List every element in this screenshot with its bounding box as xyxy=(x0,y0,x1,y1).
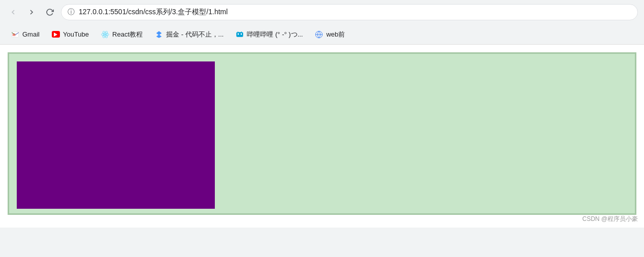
info-icon: ⓘ xyxy=(68,8,75,17)
inner-box xyxy=(17,61,215,209)
bookmark-web-label: web前 xyxy=(326,30,345,39)
bookmark-youtube-label: YouTube xyxy=(63,30,89,38)
svg-rect-6 xyxy=(238,33,239,35)
react-icon xyxy=(101,30,109,39)
outer-box xyxy=(8,52,636,215)
browser-chrome: ⓘ 127.0.0.1:5501/csdn/css系列/3.盒子模型/1.htm… xyxy=(0,0,644,228)
bookmark-gmail[interactable]: M Gmail xyxy=(6,28,45,41)
bookmark-bilibili-label: 哔哩哔哩 (° -° )つ... xyxy=(247,30,303,39)
bookmark-react-label: React教程 xyxy=(112,30,143,39)
address-bar[interactable]: ⓘ 127.0.0.1:5501/csdn/css系列/3.盒子模型/1.htm… xyxy=(61,4,638,20)
back-button[interactable] xyxy=(6,5,20,19)
watermark: CSDN @程序员小豪 xyxy=(582,215,638,223)
bookmark-react[interactable]: React教程 xyxy=(96,28,148,41)
svg-rect-7 xyxy=(241,33,242,35)
page-content: CSDN @程序员小豪 xyxy=(0,45,644,228)
url-text: 127.0.0.1:5501/csdn/css系列/3.盒子模型/1.html xyxy=(79,8,228,17)
bookmarks-bar: M Gmail YouTube xyxy=(0,24,644,45)
svg-rect-5 xyxy=(237,32,243,37)
bookmark-youtube[interactable]: YouTube xyxy=(47,28,94,41)
web-icon xyxy=(315,30,323,39)
bookmark-juejin-label: 掘金 - 代码不止，... xyxy=(166,30,223,39)
juejin-icon xyxy=(155,30,163,39)
bilibili-icon xyxy=(236,30,244,39)
bookmark-juejin[interactable]: 掘金 - 代码不止，... xyxy=(150,28,229,41)
forward-button[interactable] xyxy=(24,5,39,19)
bookmark-web[interactable]: web前 xyxy=(310,28,350,41)
reload-button[interactable] xyxy=(43,5,57,19)
youtube-icon xyxy=(52,30,60,39)
svg-text:M: M xyxy=(13,33,16,36)
gmail-icon: M xyxy=(11,30,19,39)
bookmark-bilibili[interactable]: 哔哩哔哩 (° -° )つ... xyxy=(231,28,308,41)
svg-point-1 xyxy=(104,34,106,35)
nav-bar: ⓘ 127.0.0.1:5501/csdn/css系列/3.盒子模型/1.htm… xyxy=(0,0,644,24)
bookmark-gmail-label: Gmail xyxy=(22,30,40,38)
